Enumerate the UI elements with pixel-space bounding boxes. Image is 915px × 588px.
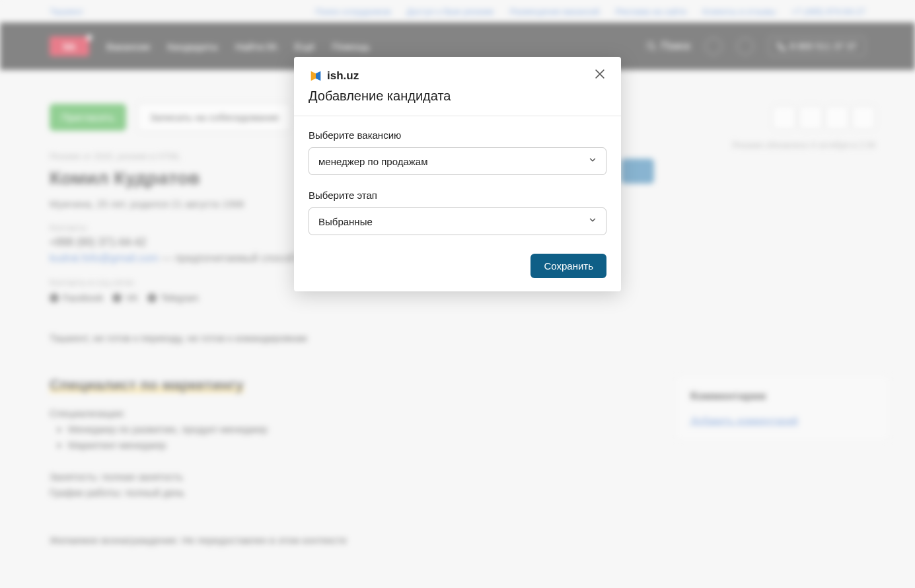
stage-select-value: Выбранные bbox=[318, 216, 373, 227]
modal-body: Выберите вакансию менеджер по продажам В… bbox=[294, 116, 621, 254]
vacancy-label: Выберите вакансию bbox=[309, 129, 606, 141]
ish-logo-icon bbox=[309, 69, 323, 83]
vacancy-select[interactable]: менеджер по продажам bbox=[309, 147, 606, 175]
stage-select[interactable]: Выбранные bbox=[309, 207, 606, 235]
add-candidate-modal: ish.uz Добавление кандидата Выберите вак… bbox=[294, 57, 621, 291]
stage-label: Выберите этап bbox=[309, 190, 606, 201]
modal-header: ish.uz Добавление кандидата bbox=[294, 57, 621, 116]
modal-title: Добавление кандидата bbox=[309, 89, 606, 104]
save-button[interactable]: Сохранить bbox=[531, 254, 606, 278]
vacancy-select-value: менеджер по продажам bbox=[318, 156, 427, 167]
close-button[interactable] bbox=[593, 67, 609, 83]
modal-brand-text: ish.uz bbox=[327, 69, 359, 83]
close-icon bbox=[593, 67, 606, 81]
modal-footer: Сохранить bbox=[294, 254, 621, 291]
modal-overlay[interactable]: ish.uz Добавление кандидата Выберите вак… bbox=[0, 0, 915, 588]
modal-brand: ish.uz bbox=[309, 69, 606, 83]
